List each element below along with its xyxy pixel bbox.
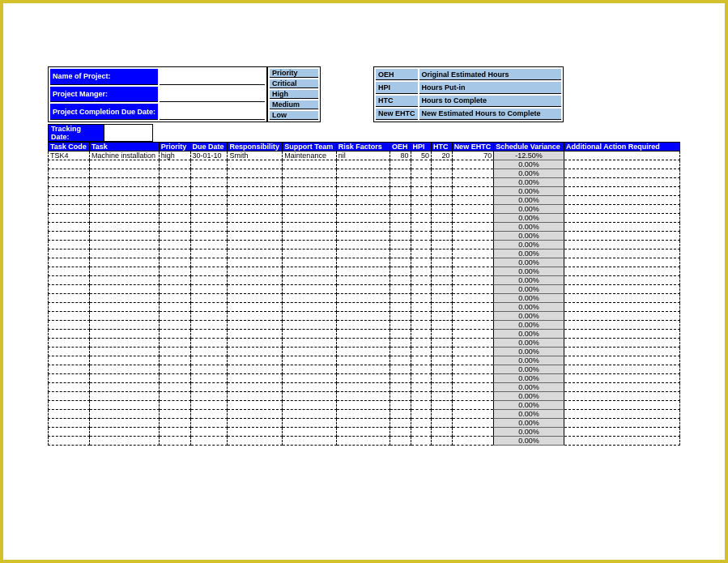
cell-priority[interactable] [159, 437, 190, 446]
cell-oeh[interactable] [390, 348, 411, 356]
cell-new-ehtc[interactable] [452, 374, 494, 383]
cell-priority[interactable] [159, 383, 190, 392]
cell-htc[interactable] [432, 383, 453, 392]
cell-new-ehtc[interactable] [452, 419, 494, 428]
cell-new-ehtc[interactable] [452, 294, 494, 303]
cell-due-date[interactable] [190, 294, 228, 303]
cell-new-ehtc[interactable] [452, 312, 494, 321]
cell-schedule-variance[interactable]: 0.00% [494, 160, 564, 169]
cell-responsibility[interactable]: Smith [228, 151, 283, 160]
cell-htc[interactable]: 20 [432, 151, 453, 160]
cell-task-code[interactable] [49, 339, 90, 348]
cell-responsibility[interactable] [228, 383, 283, 392]
cell-hpi[interactable] [411, 178, 432, 187]
cell-task-code[interactable] [49, 410, 90, 419]
table-row[interactable]: 0.00% [49, 339, 680, 348]
cell-task[interactable] [89, 428, 159, 437]
cell-task-code[interactable] [49, 267, 90, 276]
table-row[interactable]: 0.00% [49, 205, 680, 214]
cell-additional-action[interactable] [564, 232, 679, 241]
cell-oeh[interactable] [390, 267, 411, 276]
table-row[interactable]: 0.00% [49, 187, 680, 196]
cell-risk-factors[interactable] [336, 205, 390, 214]
cell-task-code[interactable] [49, 383, 90, 392]
cell-additional-action[interactable] [564, 178, 679, 187]
cell-htc[interactable] [432, 187, 453, 196]
cell-support-team[interactable] [283, 205, 336, 214]
cell-hpi[interactable] [411, 419, 432, 428]
cell-oeh[interactable] [390, 437, 411, 446]
cell-schedule-variance[interactable]: 0.00% [494, 321, 564, 330]
cell-oeh[interactable] [390, 205, 411, 214]
cell-responsibility[interactable] [228, 187, 283, 196]
cell-responsibility[interactable] [228, 401, 283, 410]
cell-task-code[interactable] [49, 374, 90, 383]
cell-oeh[interactable] [390, 160, 411, 169]
cell-responsibility[interactable] [228, 330, 283, 339]
cell-support-team[interactable] [283, 276, 336, 285]
cell-oeh[interactable] [390, 339, 411, 348]
cell-task[interactable] [89, 250, 159, 258]
cell-oeh[interactable] [390, 303, 411, 312]
cell-new-ehtc[interactable] [452, 303, 494, 312]
cell-new-ehtc[interactable] [452, 169, 494, 178]
cell-additional-action[interactable] [564, 267, 679, 276]
cell-schedule-variance[interactable]: 0.00% [494, 258, 564, 267]
cell-schedule-variance[interactable]: -12.50% [494, 151, 564, 160]
cell-responsibility[interactable] [228, 232, 283, 241]
cell-priority[interactable] [159, 330, 190, 339]
tracking-date-value[interactable] [104, 124, 153, 142]
table-row[interactable]: 0.00% [49, 241, 680, 250]
cell-due-date[interactable] [190, 241, 228, 250]
cell-due-date[interactable] [190, 187, 228, 196]
cell-support-team[interactable] [283, 374, 336, 383]
cell-risk-factors[interactable] [336, 294, 390, 303]
cell-due-date[interactable] [190, 276, 228, 285]
cell-new-ehtc[interactable] [452, 223, 494, 232]
cell-due-date[interactable] [190, 330, 228, 339]
table-row[interactable]: 0.00% [49, 160, 680, 169]
cell-htc[interactable] [432, 241, 453, 250]
cell-htc[interactable] [432, 160, 453, 169]
cell-due-date[interactable] [190, 365, 228, 374]
cell-additional-action[interactable] [564, 392, 679, 401]
cell-hpi[interactable] [411, 187, 432, 196]
cell-task[interactable] [89, 437, 159, 446]
cell-risk-factors[interactable]: nil [336, 151, 390, 160]
table-row[interactable]: 0.00% [49, 178, 680, 187]
cell-additional-action[interactable] [564, 169, 679, 178]
cell-hpi[interactable]: 50 [411, 151, 432, 160]
cell-htc[interactable] [432, 276, 453, 285]
cell-responsibility[interactable] [228, 348, 283, 356]
cell-new-ehtc[interactable] [452, 241, 494, 250]
table-row[interactable]: 0.00% [49, 383, 680, 392]
cell-risk-factors[interactable] [336, 178, 390, 187]
cell-htc[interactable] [432, 392, 453, 401]
cell-due-date[interactable] [190, 419, 228, 428]
cell-responsibility[interactable] [228, 178, 283, 187]
cell-task[interactable] [89, 258, 159, 267]
cell-task-code[interactable] [49, 437, 90, 446]
cell-oeh[interactable] [390, 223, 411, 232]
cell-additional-action[interactable] [564, 276, 679, 285]
table-row[interactable]: 0.00% [49, 312, 680, 321]
cell-htc[interactable] [432, 214, 453, 223]
cell-risk-factors[interactable] [336, 303, 390, 312]
cell-risk-factors[interactable] [336, 330, 390, 339]
cell-task-code[interactable] [49, 392, 90, 401]
cell-risk-factors[interactable] [336, 160, 390, 169]
cell-priority[interactable] [159, 428, 190, 437]
cell-priority[interactable] [159, 241, 190, 250]
cell-schedule-variance[interactable]: 0.00% [494, 339, 564, 348]
cell-risk-factors[interactable] [336, 241, 390, 250]
cell-support-team[interactable] [283, 356, 336, 365]
cell-responsibility[interactable] [228, 365, 283, 374]
cell-priority[interactable] [159, 214, 190, 223]
cell-new-ehtc[interactable]: 70 [452, 151, 494, 160]
cell-additional-action[interactable] [564, 285, 679, 294]
cell-task-code[interactable] [49, 312, 90, 321]
cell-priority[interactable] [159, 321, 190, 330]
cell-schedule-variance[interactable]: 0.00% [494, 330, 564, 339]
cell-oeh[interactable] [390, 356, 411, 365]
cell-risk-factors[interactable] [336, 312, 390, 321]
